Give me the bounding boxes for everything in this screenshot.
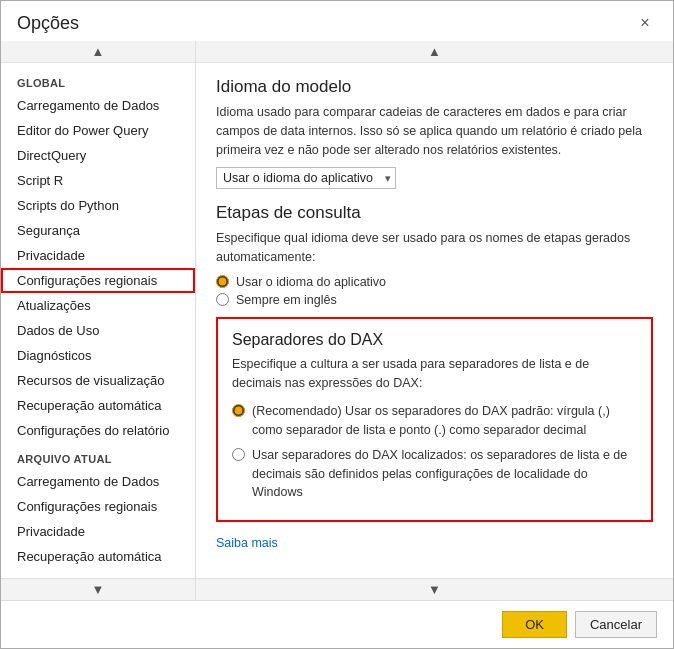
idioma-dropdown-wrapper: Usar o idioma do aplicativo Inglês Portu…	[216, 167, 396, 189]
sidebar-scroll-area: GLOBAL Carregamento de Dados Editor do P…	[1, 63, 195, 578]
idioma-modelo-title: Idioma do modelo	[216, 77, 653, 97]
dax-box: Separadores do DAX Especifique a cultura…	[216, 317, 653, 522]
close-button[interactable]: ×	[633, 11, 657, 35]
dax-radio-1-label: (Recomendado) Usar os separadores do DAX…	[252, 402, 637, 440]
sidebar-item-seguranca[interactable]: Segurança	[1, 218, 195, 243]
sidebar-item-configuracoes-regionais[interactable]: Configurações regionais	[1, 268, 195, 293]
dax-radio-2-input[interactable]	[232, 448, 245, 461]
idioma-dropdown[interactable]: Usar o idioma do aplicativo Inglês Portu…	[216, 167, 396, 189]
etapas-radio-group: Usar o idioma do aplicativo Sempre em in…	[216, 275, 653, 307]
main-content: ▲ Idioma do modelo Idioma usado para com…	[196, 41, 673, 600]
main-scroll-down[interactable]: ▼	[196, 578, 673, 600]
sidebar-item-power-query[interactable]: Editor do Power Query	[1, 118, 195, 143]
sidebar-item-privacidade-arq[interactable]: Privacidade	[1, 519, 195, 544]
sidebar: ▲ GLOBAL Carregamento de Dados Editor do…	[1, 41, 196, 600]
sidebar-item-privacidade[interactable]: Privacidade	[1, 243, 195, 268]
etapas-radio-2[interactable]: Sempre em inglês	[216, 293, 653, 307]
sidebar-item-configuracoes-regionais-arq[interactable]: Configurações regionais	[1, 494, 195, 519]
etapas-radio-2-input[interactable]	[216, 293, 229, 306]
sidebar-item-scripts-python[interactable]: Scripts do Python	[1, 193, 195, 218]
sidebar-item-directquery[interactable]: DirectQuery	[1, 143, 195, 168]
etapas-radio-1[interactable]: Usar o idioma do aplicativo	[216, 275, 653, 289]
dialog-title: Opções	[17, 13, 79, 34]
etapas-radio-1-label: Usar o idioma do aplicativo	[236, 275, 386, 289]
dax-radio-group: (Recomendado) Usar os separadores do DAX…	[232, 402, 637, 502]
main-scroll-up[interactable]: ▲	[196, 41, 673, 63]
cancel-button[interactable]: Cancelar	[575, 611, 657, 638]
dax-radio-2-label: Usar separadores do DAX localizados: os …	[252, 446, 637, 502]
idioma-modelo-desc: Idioma usado para comparar cadeias de ca…	[216, 103, 653, 159]
dax-radio-1-input[interactable]	[232, 404, 245, 417]
title-bar: Opções ×	[1, 1, 673, 41]
sidebar-scroll-up[interactable]: ▲	[1, 41, 195, 63]
etapas-radio-1-input[interactable]	[216, 275, 229, 288]
sidebar-item-atualizacoes[interactable]: Atualizações	[1, 293, 195, 318]
dax-desc: Especifique a cultura a ser usada para s…	[232, 355, 637, 393]
dialog-footer: OK Cancelar	[1, 600, 673, 648]
sidebar-global-header: GLOBAL	[1, 67, 195, 93]
saiba-mais-link[interactable]: Saiba mais	[216, 536, 278, 550]
sidebar-item-recuperacao-automatica-arq[interactable]: Recuperação automática	[1, 544, 195, 569]
sidebar-item-carregamento-dados-arq[interactable]: Carregamento de Dados	[1, 469, 195, 494]
sidebar-item-configuracoes-relatorio[interactable]: Configurações do relatório	[1, 418, 195, 443]
sidebar-item-script-r[interactable]: Script R	[1, 168, 195, 193]
ok-button[interactable]: OK	[502, 611, 567, 638]
sidebar-scroll-down[interactable]: ▼	[1, 578, 195, 600]
dax-title: Separadores do DAX	[232, 331, 637, 349]
dax-radio-1[interactable]: (Recomendado) Usar os separadores do DAX…	[232, 402, 637, 440]
dialog-body: ▲ GLOBAL Carregamento de Dados Editor do…	[1, 41, 673, 600]
sidebar-item-recuperacao-automatica[interactable]: Recuperação automática	[1, 393, 195, 418]
etapas-radio-2-label: Sempre em inglês	[236, 293, 337, 307]
etapas-consulta-title: Etapas de consulta	[216, 203, 653, 223]
etapas-consulta-desc: Especifique qual idioma deve ser usado p…	[216, 229, 653, 267]
sidebar-arquivo-header: ARQUIVO ATUAL	[1, 443, 195, 469]
sidebar-item-dados-uso[interactable]: Dados de Uso	[1, 318, 195, 343]
idioma-dropdown-row: Usar o idioma do aplicativo Inglês Portu…	[216, 167, 653, 189]
sidebar-item-recursos-visualizacao[interactable]: Recursos de visualização	[1, 368, 195, 393]
dax-radio-2[interactable]: Usar separadores do DAX localizados: os …	[232, 446, 637, 502]
sidebar-item-diagnosticos[interactable]: Diagnósticos	[1, 343, 195, 368]
options-dialog: Opções × ▲ GLOBAL Carregamento de Dados …	[0, 0, 674, 649]
sidebar-item-carregamento-dados[interactable]: Carregamento de Dados	[1, 93, 195, 118]
main-scroll-area: Idioma do modelo Idioma usado para compa…	[196, 63, 673, 578]
